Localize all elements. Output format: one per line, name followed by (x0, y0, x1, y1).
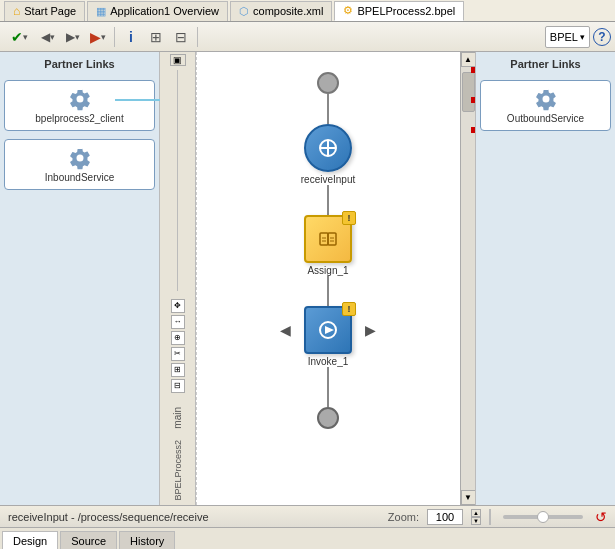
tab-bpel-label: BPELProcess2.bpel (357, 5, 455, 17)
run-button[interactable]: ▶ ▾ (87, 26, 109, 48)
canvas-area: ▣ ✥ ↔ ⊕ ✂ ⊞ ⊟ main BPELProcess2 (160, 52, 475, 505)
invoke-node-wrapper[interactable]: ◀ ! ▶ Invoke_1 (304, 306, 352, 367)
invoke-arrow-left[interactable]: ◀ (280, 322, 291, 338)
tab-app-overview[interactable]: ▦ Application1 Overview (87, 1, 228, 21)
partner-link-inbound[interactable]: InboundService (4, 139, 155, 190)
forward-button[interactable]: ▶ ▾ (62, 26, 84, 48)
zoom-input[interactable] (427, 509, 463, 525)
zoom-up-button[interactable]: ▲ (471, 509, 481, 517)
scroll-down-button[interactable]: ▼ (461, 490, 476, 505)
tab-start-page[interactable]: ⌂ Start Page (4, 1, 85, 21)
gear-icon-outbound (534, 87, 558, 111)
start-node (317, 72, 339, 94)
gear-icon-inbound (68, 146, 92, 170)
info-button[interactable]: i (120, 26, 142, 48)
connector-1 (327, 94, 329, 124)
bpel-flow-canvas[interactable]: receiveInput (196, 52, 460, 505)
receive-input-node[interactable] (304, 124, 352, 172)
error-mark-1 (471, 67, 476, 73)
zoom-separator (489, 509, 491, 525)
tab-source-label: Source (71, 535, 106, 547)
vertical-scrollbar[interactable]: ▲ ▼ (460, 52, 475, 505)
side-tool-6[interactable]: ⊟ (171, 379, 185, 393)
separator-2 (197, 27, 198, 47)
zoom-spinner: ▲ ▼ (471, 509, 481, 525)
assign-node-wrapper[interactable]: ! Assign_1 (304, 215, 352, 276)
deploy-icon: ⊞ (150, 29, 162, 45)
reset-zoom-button[interactable]: ↺ (595, 509, 607, 525)
bpel-vertical-label: BPELProcess2 (173, 436, 183, 505)
error-mark-3 (471, 127, 476, 133)
tab-bpel-process[interactable]: ⚙ BPELProcess2.bpel (334, 1, 464, 21)
tab-history[interactable]: History (119, 531, 175, 549)
status-bar: receiveInput - /process/sequence/receive… (0, 505, 615, 527)
save-dropdown-icon: ▾ (23, 32, 28, 42)
invoke-node-container: ◀ ! ▶ (304, 306, 352, 354)
partner-link-client-label: bpelprocess2_client (35, 113, 123, 124)
zoom-down-button[interactable]: ▼ (471, 517, 481, 525)
run-icon: ▶ (90, 29, 101, 45)
status-path-text: receiveInput - /process/sequence/receive (8, 511, 380, 523)
gear-icon-client (68, 87, 92, 111)
right-partner-links-panel: Partner Links OutboundService (475, 52, 615, 505)
bpel-dropdown-label: BPEL (550, 31, 578, 43)
bpel-dropdown[interactable]: BPEL ▾ (545, 26, 590, 48)
separator-1 (114, 27, 115, 47)
back-button[interactable]: ◀ ▾ (37, 26, 59, 48)
partner-link-outbound-label: OutboundService (507, 113, 584, 124)
receive-node-wrapper[interactable]: receiveInput (301, 124, 355, 185)
scroll-up-button[interactable]: ▲ (461, 52, 476, 67)
help-button[interactable]: ? (593, 28, 611, 46)
connector-3 (327, 276, 329, 306)
tab-bar: ⌂ Start Page ▦ Application1 Overview ⬡ c… (0, 0, 615, 22)
tab-source[interactable]: Source (60, 531, 117, 549)
assign-icon (314, 225, 342, 253)
side-tool-2[interactable]: ↔ (171, 315, 185, 329)
partner-link-outbound[interactable]: OutboundService (480, 80, 611, 131)
scroll-track[interactable] (461, 67, 476, 490)
assign-1-node[interactable]: ! (304, 215, 352, 263)
toolbar: ✔ ▾ ◀ ▾ ▶ ▾ ▶ ▾ i ⊞ ⊟ BPEL ▾ ? (0, 22, 615, 52)
composite-icon: ⬡ (239, 5, 249, 18)
zoom-slider-thumb[interactable] (537, 511, 549, 523)
back-icon: ◀ (41, 30, 50, 44)
flow-nodes-container: receiveInput (196, 52, 460, 429)
right-panel-title: Partner Links (480, 56, 611, 72)
left-panel-title: Partner Links (4, 56, 155, 72)
svg-rect-4 (328, 233, 336, 245)
tab-design-label: Design (13, 535, 47, 547)
validate-button[interactable]: ⊟ (170, 26, 192, 48)
forward-icon: ▶ (66, 30, 75, 44)
bpel-icon: ⚙ (343, 4, 353, 17)
assign-node-container: ! (304, 215, 352, 263)
svg-rect-3 (320, 233, 328, 245)
side-panel: ▣ ✥ ↔ ⊕ ✂ ⊞ ⊟ main BPELProcess2 (160, 52, 196, 505)
side-tool-3[interactable]: ⊕ (171, 331, 185, 345)
save-button[interactable]: ✔ ▾ (4, 26, 34, 48)
tab-start-page-label: Start Page (24, 5, 76, 17)
bottom-tabs: Design Source History (0, 527, 615, 549)
side-tool-4[interactable]: ✂ (171, 347, 185, 361)
deploy-button[interactable]: ⊞ (145, 26, 167, 48)
scroll-thumb[interactable] (462, 72, 475, 112)
zoom-slider-track[interactable] (503, 515, 583, 519)
end-node (317, 407, 339, 429)
svg-marker-10 (325, 326, 334, 334)
invoke-1-node[interactable]: ! (304, 306, 352, 354)
app-icon: ▦ (96, 5, 106, 18)
connector-2 (327, 185, 329, 215)
assign-1-label: Assign_1 (307, 265, 348, 276)
tab-app-overview-label: Application1 Overview (110, 5, 219, 17)
tab-design[interactable]: Design (2, 531, 58, 549)
invoke-warning-badge: ! (342, 302, 356, 316)
bpel-dropdown-arrow: ▾ (580, 32, 585, 42)
left-partner-links-panel: Partner Links bpelprocess2_client Inboun… (0, 52, 160, 505)
invoke-arrow-right[interactable]: ▶ (365, 322, 376, 338)
partner-link-inbound-label: InboundService (45, 172, 115, 183)
collapse-button[interactable]: ▣ (170, 54, 186, 66)
tab-composite[interactable]: ⬡ composite.xml (230, 1, 332, 21)
assign-warning-badge: ! (342, 211, 356, 225)
main-layout: Partner Links bpelprocess2_client Inboun… (0, 52, 615, 505)
side-tool-1[interactable]: ✥ (171, 299, 185, 313)
side-tool-5[interactable]: ⊞ (171, 363, 185, 377)
